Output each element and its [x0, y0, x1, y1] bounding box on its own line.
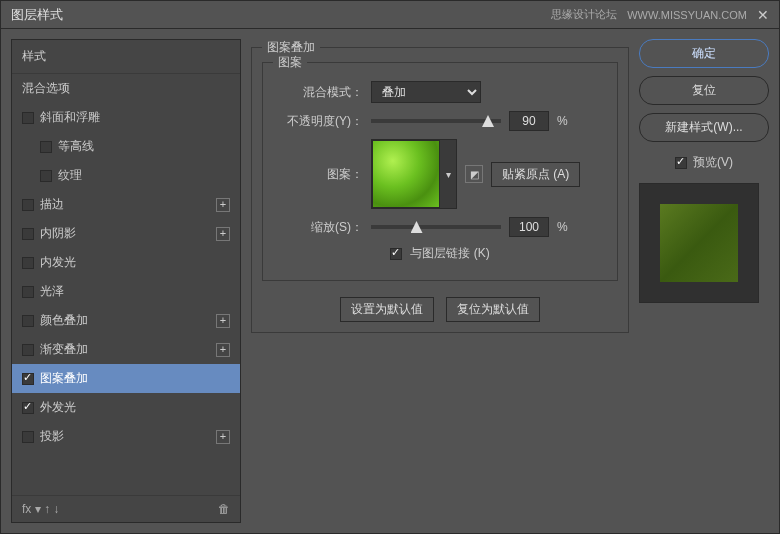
- styles-header: 样式: [12, 40, 240, 74]
- preview-box: [639, 183, 759, 303]
- style-item-5[interactable]: 内发光: [12, 248, 240, 277]
- titlebar: 图层样式 思缘设计论坛 WWW.MISSYUAN.COM ✕: [1, 1, 779, 29]
- pattern-picker[interactable]: ▾: [371, 139, 457, 209]
- blend-mode-select[interactable]: 叠加: [371, 81, 481, 103]
- snap-origin-button[interactable]: 贴紧原点 (A): [491, 162, 580, 187]
- preview-row: 预览(V): [639, 154, 769, 171]
- add-effect-icon[interactable]: +: [216, 198, 230, 212]
- style-item-0[interactable]: 斜面和浮雕: [12, 103, 240, 132]
- options-panel: 图案叠加 图案 混合模式： 叠加 不透明度(Y)：: [251, 39, 629, 523]
- titlebar-right: 思缘设计论坛 WWW.MISSYUAN.COM ✕: [551, 7, 769, 23]
- add-effect-icon[interactable]: +: [216, 343, 230, 357]
- style-checkbox[interactable]: [22, 257, 34, 269]
- style-checkbox[interactable]: [22, 228, 34, 240]
- style-checkbox[interactable]: [22, 315, 34, 327]
- opacity-input[interactable]: [509, 111, 549, 131]
- action-panel: 确定 复位 新建样式(W)... 预览(V): [639, 39, 769, 523]
- style-label: 颜色叠加: [40, 312, 88, 329]
- opacity-unit: %: [557, 114, 568, 128]
- pattern-swatch: [372, 140, 440, 208]
- style-item-6[interactable]: 光泽: [12, 277, 240, 306]
- blending-options-item[interactable]: 混合选项: [12, 74, 240, 103]
- opacity-slider[interactable]: [371, 119, 501, 123]
- watermark-text: 思缘设计论坛: [551, 7, 617, 22]
- style-label: 描边: [40, 196, 64, 213]
- scale-label: 缩放(S)：: [273, 219, 363, 236]
- styles-footer: fx ▾ ↑ ↓ 🗑: [12, 495, 240, 522]
- link-label: 与图层链接 (K): [410, 245, 489, 262]
- add-effect-icon[interactable]: +: [216, 314, 230, 328]
- style-label: 内阴影: [40, 225, 76, 242]
- style-item-1[interactable]: 等高线: [12, 132, 240, 161]
- style-checkbox[interactable]: [22, 112, 34, 124]
- chevron-down-icon[interactable]: ▾: [440, 140, 456, 208]
- style-label: 光泽: [40, 283, 64, 300]
- link-row: 与图层链接 (K): [273, 245, 607, 262]
- style-item-7[interactable]: 颜色叠加+: [12, 306, 240, 335]
- style-item-11[interactable]: 投影+: [12, 422, 240, 451]
- style-item-8[interactable]: 渐变叠加+: [12, 335, 240, 364]
- close-icon[interactable]: ✕: [757, 7, 769, 23]
- fx-icon[interactable]: fx ▾ ↑ ↓: [22, 502, 59, 516]
- trash-icon[interactable]: 🗑: [218, 502, 230, 516]
- subgroup-title: 图案: [273, 54, 307, 71]
- preview-swatch: [660, 204, 738, 282]
- make-default-button[interactable]: 设置为默认值: [340, 297, 434, 322]
- preview-checkbox[interactable]: [675, 157, 687, 169]
- style-checkbox[interactable]: [22, 431, 34, 443]
- pattern-overlay-group: 图案叠加 图案 混合模式： 叠加 不透明度(Y)：: [251, 47, 629, 333]
- style-label: 外发光: [40, 399, 76, 416]
- style-item-2[interactable]: 纹理: [12, 161, 240, 190]
- blend-mode-row: 混合模式： 叠加: [273, 81, 607, 103]
- pattern-subgroup: 图案 混合模式： 叠加 不透明度(Y)： %: [262, 62, 618, 281]
- style-items-container: 斜面和浮雕等高线纹理描边+内阴影+内发光光泽颜色叠加+渐变叠加+图案叠加外发光投…: [12, 103, 240, 451]
- preview-label: 预览(V): [693, 154, 733, 171]
- new-preset-icon[interactable]: ◩: [465, 165, 483, 183]
- style-checkbox[interactable]: [22, 286, 34, 298]
- style-label: 纹理: [58, 167, 82, 184]
- style-checkbox[interactable]: [22, 344, 34, 356]
- style-item-4[interactable]: 内阴影+: [12, 219, 240, 248]
- style-checkbox[interactable]: [40, 170, 52, 182]
- style-item-9[interactable]: 图案叠加: [12, 364, 240, 393]
- style-checkbox[interactable]: [22, 199, 34, 211]
- reset-default-button[interactable]: 复位为默认值: [446, 297, 540, 322]
- scale-slider-thumb[interactable]: [411, 221, 423, 233]
- scale-slider[interactable]: [371, 225, 501, 229]
- dialog-body: 样式 混合选项 斜面和浮雕等高线纹理描边+内阴影+内发光光泽颜色叠加+渐变叠加+…: [1, 29, 779, 533]
- style-label: 图案叠加: [40, 370, 88, 387]
- blend-mode-label: 混合模式：: [273, 84, 363, 101]
- opacity-slider-thumb[interactable]: [482, 115, 494, 127]
- scale-row: 缩放(S)： %: [273, 217, 607, 237]
- layer-style-dialog: 图层样式 思缘设计论坛 WWW.MISSYUAN.COM ✕ 样式 混合选项 斜…: [0, 0, 780, 534]
- style-checkbox[interactable]: [22, 373, 34, 385]
- pattern-label: 图案：: [273, 166, 363, 183]
- style-checkbox[interactable]: [40, 141, 52, 153]
- style-item-3[interactable]: 描边+: [12, 190, 240, 219]
- cancel-button[interactable]: 复位: [639, 76, 769, 105]
- style-label: 等高线: [58, 138, 94, 155]
- watermark-url: WWW.MISSYUAN.COM: [627, 9, 747, 21]
- dialog-title: 图层样式: [11, 6, 63, 24]
- style-label: 斜面和浮雕: [40, 109, 100, 126]
- style-item-10[interactable]: 外发光: [12, 393, 240, 422]
- scale-unit: %: [557, 220, 568, 234]
- style-label: 渐变叠加: [40, 341, 88, 358]
- opacity-label: 不透明度(Y)：: [273, 113, 363, 130]
- ok-button[interactable]: 确定: [639, 39, 769, 68]
- default-buttons-row: 设置为默认值 复位为默认值: [262, 297, 618, 322]
- new-style-button[interactable]: 新建样式(W)...: [639, 113, 769, 142]
- scale-input[interactable]: [509, 217, 549, 237]
- link-checkbox[interactable]: [390, 248, 402, 260]
- style-label: 内发光: [40, 254, 76, 271]
- style-label: 投影: [40, 428, 64, 445]
- styles-list-panel: 样式 混合选项 斜面和浮雕等高线纹理描边+内阴影+内发光光泽颜色叠加+渐变叠加+…: [11, 39, 241, 523]
- style-checkbox[interactable]: [22, 402, 34, 414]
- opacity-row: 不透明度(Y)： %: [273, 111, 607, 131]
- add-effect-icon[interactable]: +: [216, 430, 230, 444]
- pattern-row: 图案： ▾ ◩ 贴紧原点 (A): [273, 139, 607, 209]
- add-effect-icon[interactable]: +: [216, 227, 230, 241]
